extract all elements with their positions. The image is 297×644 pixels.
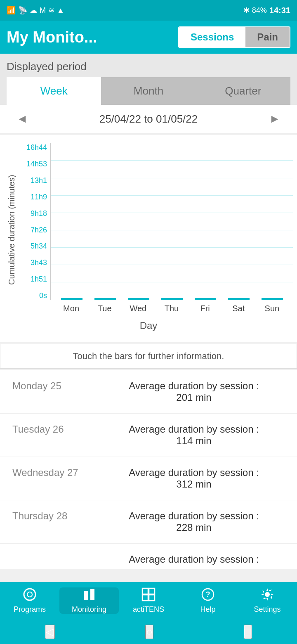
session-day-tuesday: Tuesday 26 bbox=[12, 424, 103, 435]
bluetooth-icon: ✱ bbox=[243, 6, 250, 15]
session-info-wednesday: Average duration by session :312 min bbox=[103, 467, 285, 490]
svg-rect-5 bbox=[149, 588, 155, 594]
back-button[interactable]: ◁ bbox=[45, 625, 55, 639]
x-axis-labels: Mon Tue Wed Thu Fri Sat Sun bbox=[50, 300, 293, 317]
bar-sat[interactable] bbox=[222, 298, 255, 300]
tab-pain[interactable]: Pain bbox=[245, 27, 290, 47]
session-info-monday: Average duration by session :201 min bbox=[103, 380, 285, 403]
date-navigation: ◄ 25/04/22 to 01/05/22 ► bbox=[0, 105, 297, 133]
monitoring-icon bbox=[82, 587, 96, 604]
nav-monitoring[interactable]: Monitoring bbox=[59, 587, 119, 614]
main-tab-group: Sessions Pain bbox=[178, 26, 290, 48]
period-tab-quarter[interactable]: Quarter bbox=[196, 77, 290, 105]
nav-settings[interactable]: Settings bbox=[238, 587, 297, 614]
bars-container bbox=[51, 143, 293, 300]
svg-rect-4 bbox=[142, 588, 148, 594]
lock-icon: ▲ bbox=[57, 6, 64, 15]
bar-sun[interactable] bbox=[255, 298, 289, 300]
cloud-icon: ☁ bbox=[30, 6, 37, 15]
nav-actitens-label: actiTENS bbox=[133, 605, 164, 614]
period-label: Displayed period bbox=[7, 60, 290, 73]
programs-icon bbox=[23, 587, 37, 604]
status-bar: 📶 📡 ☁ M ≋ ▲ ✱ 84% 14:31 bbox=[0, 0, 297, 21]
nav-actitens[interactable]: actiTENS bbox=[119, 587, 178, 614]
y-label-2: 3h43 bbox=[22, 258, 47, 267]
y-label-8: 14h53 bbox=[22, 160, 47, 168]
svg-text:?: ? bbox=[206, 590, 210, 599]
session-day-thursday: Thursday 28 bbox=[12, 510, 103, 522]
session-info-thursday: Average duration by session :228 min bbox=[103, 510, 285, 533]
prev-period-button[interactable]: ◄ bbox=[12, 112, 32, 125]
status-right-icons: ✱ 84% 14:31 bbox=[243, 6, 290, 15]
chart-container: Cumulative duration (minutes) 0s 1h51 3h… bbox=[4, 143, 293, 317]
x-label-sat: Sat bbox=[222, 304, 255, 313]
session-info-tuesday: Average duration by session :114 min bbox=[103, 424, 285, 447]
nav-monitoring-label: Monitoring bbox=[72, 605, 106, 614]
actitens-icon bbox=[141, 587, 156, 604]
y-axis-labels: 0s 1h51 3h43 5h34 7h26 9h18 11h9 13h1 14… bbox=[21, 143, 49, 300]
home-button[interactable]: ○ bbox=[145, 625, 153, 639]
bottom-navigation: Programs Monitoring actiTENS ? bbox=[0, 582, 297, 619]
session-row-partial: Average duration by session : bbox=[0, 544, 297, 569]
y-label-9: 16h44 bbox=[22, 143, 47, 152]
svg-point-1 bbox=[27, 592, 32, 597]
nav-programs[interactable]: Programs bbox=[0, 587, 59, 614]
help-icon: ? bbox=[201, 587, 215, 604]
y-label-7: 13h1 bbox=[22, 176, 47, 185]
status-left-icons: 📶 📡 ☁ M ≋ ▲ bbox=[7, 6, 64, 15]
y-label-1: 1h51 bbox=[22, 275, 47, 284]
bar-mon[interactable] bbox=[55, 298, 88, 300]
nav-programs-label: Programs bbox=[14, 605, 46, 614]
chart-inner: 0s 1h51 3h43 5h34 7h26 9h18 11h9 13h1 14… bbox=[21, 143, 293, 317]
period-section: Displayed period Week Month Quarter bbox=[0, 54, 297, 105]
wave-icon: ≋ bbox=[48, 6, 54, 15]
svg-rect-3 bbox=[90, 589, 94, 600]
session-row-wednesday: Wednesday 27 Average duration by session… bbox=[0, 457, 297, 500]
svg-rect-7 bbox=[149, 595, 155, 601]
svg-rect-2 bbox=[84, 591, 88, 600]
period-tab-month[interactable]: Month bbox=[101, 77, 196, 105]
y-label-0: 0s bbox=[22, 291, 47, 300]
y-label-5: 9h18 bbox=[22, 209, 47, 218]
bar-tue[interactable] bbox=[88, 298, 122, 300]
y-label-3: 5h34 bbox=[22, 242, 47, 251]
date-range-text: 25/04/22 to 01/05/22 bbox=[99, 113, 198, 125]
session-day-monday: Monday 25 bbox=[12, 380, 103, 392]
wifi-icon: 📡 bbox=[18, 6, 27, 15]
svg-rect-6 bbox=[142, 595, 148, 601]
email-icon: M bbox=[40, 6, 46, 15]
bar-wed[interactable] bbox=[122, 298, 155, 300]
signal-icon: 📶 bbox=[7, 6, 16, 15]
app-header: My Monito... Sessions Pain bbox=[0, 21, 297, 54]
session-day-wednesday: Wednesday 27 bbox=[12, 467, 103, 478]
session-info-partial: Average duration by session : bbox=[103, 554, 285, 565]
tab-sessions[interactable]: Sessions bbox=[179, 27, 245, 47]
battery-level: 84% bbox=[252, 6, 267, 15]
period-tab-week[interactable]: Week bbox=[7, 77, 101, 105]
sessions-list: Monday 25 Average duration by session :2… bbox=[0, 370, 297, 569]
next-period-button[interactable]: ► bbox=[265, 112, 285, 125]
info-bar-text: Touch the bars for further information. bbox=[73, 351, 224, 361]
nav-help[interactable]: ? Help bbox=[178, 587, 238, 614]
x-label-thu: Thu bbox=[155, 304, 188, 313]
bar-thu[interactable] bbox=[155, 298, 189, 300]
time-display: 14:31 bbox=[269, 6, 290, 15]
session-row-tuesday: Tuesday 26 Average duration by session :… bbox=[0, 414, 297, 457]
nav-settings-label: Settings bbox=[254, 605, 280, 614]
svg-point-0 bbox=[24, 589, 35, 600]
bar-fri[interactable] bbox=[189, 298, 222, 300]
x-label-tue: Tue bbox=[88, 304, 121, 313]
x-axis-title: Day bbox=[4, 317, 293, 338]
session-row-monday: Monday 25 Average duration by session :2… bbox=[0, 370, 297, 414]
y-label-6: 11h9 bbox=[22, 193, 47, 201]
x-label-wed: Wed bbox=[121, 304, 155, 313]
period-tab-group: Week Month Quarter bbox=[7, 77, 290, 105]
app-title: My Monito... bbox=[7, 28, 173, 46]
x-label-fri: Fri bbox=[189, 304, 222, 313]
session-row-thursday: Thursday 28 Average duration by session … bbox=[0, 500, 297, 544]
nav-help-label: Help bbox=[200, 605, 215, 614]
chart-section: Cumulative duration (minutes) 0s 1h51 3h… bbox=[0, 135, 297, 342]
recents-button[interactable]: □ bbox=[244, 625, 252, 639]
settings-icon bbox=[260, 587, 274, 604]
y-axis-label: Cumulative duration (minutes) bbox=[4, 143, 19, 317]
